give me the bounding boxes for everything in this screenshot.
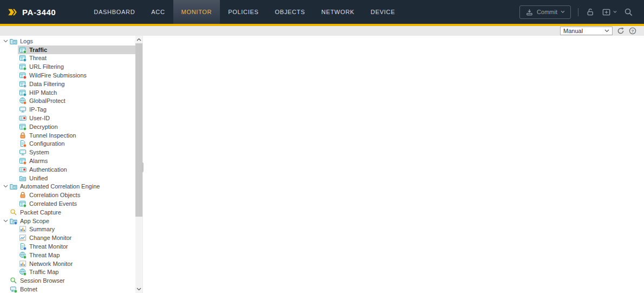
- wildfire-submissions-icon: [19, 71, 27, 79]
- tree-item-traffic[interactable]: Traffic: [0, 45, 135, 54]
- tree-item-alarms[interactable]: Alarms: [0, 157, 135, 165]
- tree-item-label: Configuration: [29, 140, 64, 147]
- commit-button[interactable]: Commit: [519, 5, 571, 19]
- nav-tab-device[interactable]: DEVICE: [362, 0, 403, 24]
- refresh-interval-value: Manual: [563, 28, 583, 34]
- correlated-events-icon: [19, 200, 27, 207]
- tree-item-botnet[interactable]: Botnet: [0, 285, 135, 293]
- botnet-icon: [10, 285, 17, 293]
- tree-item-traffic-map[interactable]: Traffic Map: [0, 268, 135, 277]
- tree-item-authentication[interactable]: Authentication: [0, 165, 135, 174]
- automated-correlation-engine-icon: [10, 183, 17, 190]
- nav-tab-objects[interactable]: OBJECTS: [267, 0, 314, 24]
- nav-tab-acc[interactable]: ACC: [143, 0, 173, 24]
- tree-item-ip-tag[interactable]: IP-Tag: [0, 105, 135, 114]
- tree-item-unified[interactable]: Unified: [0, 174, 135, 183]
- main-content: [143, 36, 644, 293]
- tree-item-packet-capture[interactable]: Packet Capture: [0, 208, 135, 217]
- nav-tab-policies[interactable]: POLICIES: [220, 0, 266, 24]
- device-name: PA-3440: [22, 8, 56, 17]
- tree-item-user-id[interactable]: User-ID: [0, 114, 135, 122]
- refresh-interval-select[interactable]: Manual: [560, 27, 613, 35]
- scroll-up-button[interactable]: [135, 36, 142, 43]
- tree-item-correlated-events[interactable]: Correlated Events: [0, 199, 135, 208]
- tree-item-label: HIP Match: [29, 89, 57, 96]
- session-browser-icon: [10, 277, 17, 284]
- tree-item-label: Packet Capture: [20, 209, 61, 216]
- expander-chevron-down-icon[interactable]: [2, 219, 9, 223]
- brand: PA-3440: [0, 0, 56, 24]
- tree-item-correlation-objects[interactable]: Correlation Objects: [0, 191, 135, 199]
- tree-item-label: System: [29, 149, 49, 155]
- tree-item-label: Botnet: [20, 286, 37, 292]
- tree-item-label: WildFire Submissions: [29, 72, 87, 79]
- tree-item-globalprotect[interactable]: GlobalProtect: [0, 97, 135, 106]
- threat-monitor-icon: [19, 243, 27, 250]
- tree-item-threat-monitor[interactable]: Threat Monitor: [0, 242, 135, 251]
- tree-item-network-monitor[interactable]: Network Monitor: [0, 259, 135, 268]
- tree-item-label: Data Filtering: [29, 81, 64, 87]
- tree-item-label: Tunnel Inspection: [29, 132, 76, 139]
- tree-item-url-filtering[interactable]: URL Filtering: [0, 62, 135, 71]
- tree-item-system[interactable]: System: [0, 148, 135, 157]
- monitor-tree: Logs Traffic Threat URL Filtering WildFi…: [0, 36, 135, 293]
- sidebar-splitter-handle[interactable]: [141, 162, 144, 172]
- tree-item-data-filtering[interactable]: Data Filtering: [0, 80, 135, 88]
- threat-icon: [19, 54, 27, 62]
- tree-item-label: User-ID: [29, 115, 50, 121]
- tree-item-label: IP-Tag: [29, 106, 47, 113]
- tree-item-wildfire-submissions[interactable]: WildFire Submissions: [0, 71, 135, 80]
- correlation-objects-icon: [19, 191, 27, 199]
- tree-item-logs[interactable]: Logs: [0, 37, 135, 45]
- tree-item-tunnel-inspection[interactable]: Tunnel Inspection: [0, 131, 135, 140]
- tree-item-label: Decryption: [29, 123, 58, 130]
- tree-item-label: Threat: [29, 55, 47, 61]
- tree-item-label: Threat Monitor: [29, 243, 68, 250]
- nav-tab-dashboard[interactable]: DASHBOARD: [86, 0, 143, 24]
- scrollbar-thumb[interactable]: [135, 43, 142, 217]
- palo-alto-logo-icon: [7, 6, 18, 18]
- tree-item-label: App Scope: [20, 218, 49, 224]
- tunnel-inspection-icon: [19, 132, 27, 139]
- tree-item-hip-match[interactable]: HIP Match: [0, 88, 135, 97]
- chevron-down-icon: [561, 10, 565, 14]
- tree-item-label: Alarms: [29, 158, 48, 164]
- help-icon[interactable]: ?: [629, 27, 636, 35]
- user-id-icon: [19, 114, 27, 122]
- tree-item-label: Traffic: [29, 47, 47, 53]
- tree-item-configuration[interactable]: Configuration: [0, 140, 135, 148]
- svg-text:?: ?: [632, 29, 634, 34]
- config-audit-icon[interactable]: [602, 8, 617, 17]
- tree-item-session-browser[interactable]: Session Browser: [0, 276, 135, 285]
- refresh-icon[interactable]: [617, 27, 625, 35]
- nav-tab-monitor[interactable]: MONITOR: [173, 0, 220, 24]
- expander-chevron-down-icon[interactable]: [2, 40, 9, 43]
- nav-tab-network[interactable]: NETWORK: [313, 0, 362, 24]
- tree-item-label: Automated Correlation Engine: [20, 183, 100, 190]
- unlocked-padlock-icon[interactable]: [586, 8, 595, 17]
- tree-item-threat-map[interactable]: Threat Map: [0, 251, 135, 259]
- authentication-icon: [19, 166, 27, 173]
- tree-item-app-scope[interactable]: App Scope: [0, 217, 135, 225]
- summary-icon: [19, 225, 27, 233]
- tree-item-label: Change Monitor: [29, 235, 71, 241]
- tree-item-label: Threat Map: [29, 252, 60, 258]
- tree-item-label: Correlated Events: [29, 200, 77, 207]
- traffic-map-icon: [19, 268, 27, 276]
- tree-item-label: URL Filtering: [29, 63, 64, 70]
- search-icon[interactable]: [624, 8, 633, 17]
- tree-item-decryption[interactable]: Decryption: [0, 122, 135, 131]
- logs-icon: [10, 37, 17, 45]
- tree-item-summary[interactable]: Summary: [0, 225, 135, 234]
- tree-item-change-monitor[interactable]: Change Monitor: [0, 233, 135, 242]
- tree-item-label: GlobalProtect: [29, 97, 66, 104]
- tree-item-threat[interactable]: Threat: [0, 54, 135, 63]
- expander-chevron-down-icon[interactable]: [2, 185, 9, 188]
- scroll-down-button[interactable]: [135, 285, 142, 293]
- threat-map-icon: [19, 251, 27, 259]
- monitor-sidebar: Logs Traffic Threat URL Filtering WildFi…: [0, 36, 143, 293]
- tree-item-label: Authentication: [29, 166, 67, 173]
- hip-match-icon: [19, 89, 27, 96]
- commit-label: Commit: [537, 9, 557, 15]
- tree-item-automated-correlation-engine[interactable]: Automated Correlation Engine: [0, 183, 135, 191]
